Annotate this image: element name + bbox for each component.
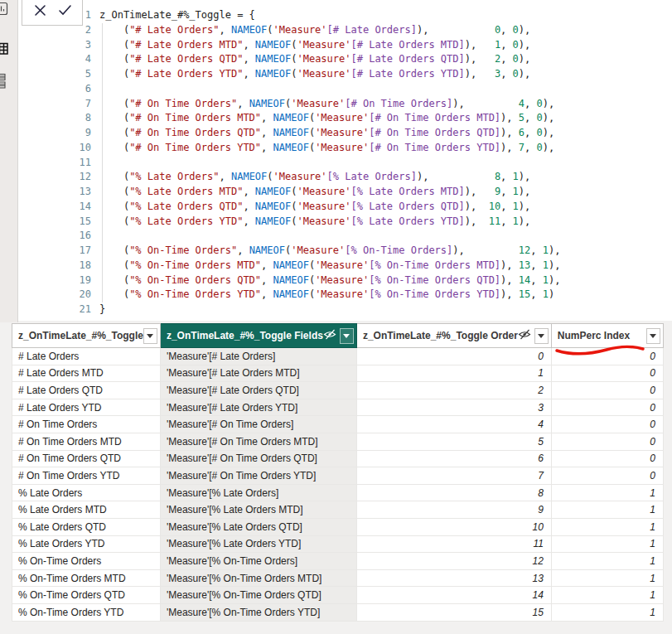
table-cell[interactable]: 1: [551, 587, 663, 604]
table-cell[interactable]: % Late Orders: [12, 484, 161, 501]
code-line[interactable]: 7 ("# On Time Orders", NAMEOF('Measure'[…: [18, 97, 672, 112]
code-line[interactable]: 2 ("# Late Orders", NAMEOF('Measure'[# L…: [18, 23, 672, 38]
table-cell[interactable]: 'Measure'[# Late Orders YTD]: [160, 399, 356, 416]
table-cell[interactable]: # Late Orders: [12, 348, 161, 365]
code-lines[interactable]: 1z_OnTimeLate_#%_Toggle = {2 ("# Late Or…: [18, 8, 672, 317]
table-cell[interactable]: 7: [356, 467, 551, 485]
column-header-fields[interactable]: z_OnTimeLate_#%_Toggle Fields: [160, 324, 356, 348]
table-cell[interactable]: 13: [356, 569, 551, 587]
table-cell[interactable]: 1: [551, 569, 663, 587]
table-cell[interactable]: 'Measure'[% On-Time Orders QTD]: [160, 587, 356, 604]
table-cell[interactable]: % Late Orders MTD: [12, 501, 161, 519]
table-cell[interactable]: % Late Orders YTD: [12, 535, 161, 553]
table-cell[interactable]: 0: [551, 365, 663, 382]
table-cell[interactable]: 4: [356, 416, 551, 433]
table-cell[interactable]: 0: [356, 348, 551, 365]
data-view-icon[interactable]: [0, 41, 9, 56]
table-cell[interactable]: 'Measure'[% On-Time Orders]: [160, 553, 356, 570]
code-line[interactable]: 9 ("# On Time Orders QTD", NAMEOF('Measu…: [18, 126, 672, 141]
table-cell[interactable]: 1: [551, 518, 663, 535]
table-cell[interactable]: 9: [356, 501, 551, 519]
table-cell[interactable]: 0: [551, 433, 663, 450]
table-cell[interactable]: 1: [551, 501, 663, 519]
filter-dropdown-button[interactable]: [143, 328, 157, 344]
code-line[interactable]: 20 ("% On-Time Orders YTD", NAMEOF('Meas…: [18, 288, 672, 302]
table-cell[interactable]: 0: [551, 348, 663, 365]
table-cell[interactable]: 1: [551, 553, 663, 570]
code-line[interactable]: 13 ("% Late Orders MTD", NAMEOF('Measure…: [18, 185, 672, 200]
table-cell[interactable]: 1: [356, 365, 551, 382]
column-header-order[interactable]: z_OnTimeLate_#%_Toggle Order: [356, 324, 551, 348]
table-cell[interactable]: 0: [551, 450, 663, 467]
table-cell[interactable]: 'Measure'[% On-Time Orders YTD]: [160, 603, 356, 621]
table-cell[interactable]: 2: [356, 382, 551, 399]
table-cell[interactable]: 1: [551, 603, 663, 621]
table-cell[interactable]: 1: [551, 535, 663, 553]
table-cell[interactable]: 'Measure'[# Late Orders]: [160, 348, 356, 365]
table-cell[interactable]: 'Measure'[% Late Orders QTD]: [160, 518, 356, 535]
table-cell[interactable]: 'Measure'[% On-Time Orders MTD]: [160, 569, 356, 587]
table-cell[interactable]: 1: [551, 484, 663, 501]
table-cell[interactable]: # Late Orders YTD: [12, 399, 161, 416]
table-cell[interactable]: 'Measure'[# Late Orders QTD]: [160, 382, 356, 399]
table-cell[interactable]: 'Measure'[# Late Orders MTD]: [160, 365, 356, 382]
code-line[interactable]: 21}: [18, 302, 672, 317]
code-line[interactable]: 4 ("# Late Orders QTD", NAMEOF('Measure'…: [18, 52, 672, 67]
table-cell[interactable]: 14: [356, 587, 551, 604]
table-cell[interactable]: 'Measure'[# On Time Orders]: [160, 416, 356, 433]
table-cell[interactable]: # Late Orders QTD: [12, 382, 161, 399]
code-line[interactable]: 12 ("% Late Orders", NAMEOF('Measure'[% …: [18, 170, 672, 185]
code-line[interactable]: 8 ("# On Time Orders MTD", NAMEOF('Measu…: [18, 111, 672, 126]
code-line[interactable]: 3 ("# Late Orders MTD", NAMEOF('Measure'…: [18, 38, 672, 53]
table-cell[interactable]: # Late Orders MTD: [12, 365, 161, 382]
table-cell[interactable]: 11: [356, 535, 551, 553]
code-line[interactable]: 19 ("% On-Time Orders QTD", NAMEOF('Meas…: [18, 273, 672, 288]
model-view-icon[interactable]: [0, 73, 9, 88]
formula-editor[interactable]: 1z_OnTimeLate_#%_Toggle = {2 ("# Late Or…: [18, 0, 672, 321]
column-header-toggle[interactable]: z_OnTimeLate_#%_Toggle: [12, 324, 161, 348]
table-cell[interactable]: # On Time Orders QTD: [12, 450, 161, 467]
table-cell[interactable]: 'Measure'[# On Time Orders YTD]: [160, 467, 356, 485]
code-line[interactable]: 6: [18, 82, 672, 97]
table-cell[interactable]: # On Time Orders YTD: [12, 467, 161, 485]
column-header-numperc[interactable]: NumPerc Index: [551, 324, 663, 348]
table-cell[interactable]: 0: [551, 416, 663, 433]
table-cell[interactable]: # On Time Orders: [12, 416, 161, 433]
table-cell[interactable]: 'Measure'[% Late Orders YTD]: [160, 535, 356, 553]
code-line[interactable]: 17 ("% On-Time Orders", NAMEOF('Measure'…: [18, 244, 672, 259]
table-cell[interactable]: 0: [551, 467, 663, 485]
code-line[interactable]: 15 ("% Late Orders YTD", NAMEOF('Measure…: [18, 215, 672, 230]
code-line[interactable]: 5 ("# Late Orders YTD", NAMEOF('Measure'…: [18, 67, 672, 82]
table-cell[interactable]: 'Measure'[# On Time Orders MTD]: [160, 433, 356, 450]
table-cell[interactable]: 'Measure'[% Late Orders]: [160, 484, 356, 501]
table-cell[interactable]: # On Time Orders MTD: [12, 433, 161, 450]
code-line[interactable]: 11: [18, 156, 672, 171]
table-row: # On Time Orders QTD'Measure'[# On Time …: [12, 450, 664, 467]
filter-dropdown-button[interactable]: [646, 328, 660, 344]
code-line[interactable]: 14 ("% Late Orders QTD", NAMEOF('Measure…: [18, 200, 672, 215]
code-line[interactable]: 10 ("# On Time Orders YTD", NAMEOF('Meas…: [18, 141, 672, 156]
table-cell[interactable]: 6: [356, 450, 551, 467]
filter-dropdown-button[interactable]: [340, 328, 354, 344]
table-cell[interactable]: 3: [356, 399, 551, 416]
table-cell[interactable]: 0: [551, 382, 663, 399]
table-cell[interactable]: 10: [356, 518, 551, 535]
table-cell[interactable]: 'Measure'[% Late Orders MTD]: [160, 501, 356, 519]
filter-dropdown-button[interactable]: [534, 328, 549, 344]
table-cell[interactable]: % Late Orders QTD: [12, 518, 161, 535]
table-cell[interactable]: % On-Time Orders YTD: [12, 603, 161, 621]
table-row: % Late Orders YTD'Measure'[% Late Orders…: [12, 535, 664, 553]
table-cell[interactable]: 12: [356, 553, 551, 570]
table-cell[interactable]: 8: [356, 484, 551, 501]
code-line[interactable]: 1z_OnTimeLate_#%_Toggle = {: [18, 8, 672, 23]
table-cell[interactable]: % On-Time Orders QTD: [12, 587, 161, 604]
table-cell[interactable]: % On-Time Orders: [12, 553, 161, 570]
table-cell[interactable]: % On-Time Orders MTD: [12, 569, 161, 587]
code-line[interactable]: 16: [18, 229, 672, 244]
table-cell[interactable]: 'Measure'[# On Time Orders QTD]: [160, 450, 356, 467]
report-view-icon[interactable]: [0, 2, 9, 17]
table-cell[interactable]: 0: [551, 399, 663, 416]
code-line[interactable]: 18 ("% On-Time Orders MTD", NAMEOF('Meas…: [18, 259, 672, 273]
table-cell[interactable]: 5: [356, 433, 551, 450]
table-cell[interactable]: 15: [356, 603, 551, 621]
